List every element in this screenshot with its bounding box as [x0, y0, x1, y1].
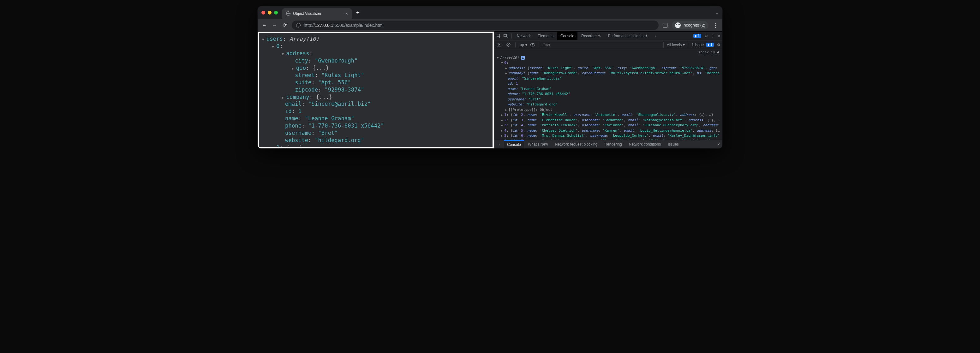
incognito-icon: [675, 22, 681, 28]
filter-input[interactable]: [540, 42, 663, 48]
device-toolbar-button[interactable]: [503, 33, 508, 38]
viz-geo[interactable]: ▶geo: {...}: [262, 64, 489, 72]
viz-address[interactable]: ▼address:: [262, 50, 489, 57]
console-row-id[interactable]: id: 1: [497, 81, 722, 86]
object-visualizer[interactable]: ▼users: Array(10) ▼0: ▼address: city: "G…: [259, 33, 493, 147]
issues-badge[interactable]: ▮1: [693, 34, 701, 38]
devtools-settings-button[interactable]: ⚙: [705, 34, 708, 38]
viz-id[interactable]: id: 1: [262, 108, 489, 115]
globe-icon: [286, 11, 291, 16]
live-expression-button[interactable]: [530, 42, 536, 48]
viz-company[interactable]: ▶company: {...}: [262, 94, 489, 101]
issues-link[interactable]: 1 Issue: ▮1: [691, 43, 714, 47]
drawer-tab-rendering[interactable]: Rendering: [601, 140, 625, 149]
drawer-tab-console[interactable]: Console: [504, 140, 524, 149]
tab-recorder[interactable]: Recorder⚗: [578, 32, 604, 40]
tab-overflow-button[interactable]: »: [651, 32, 660, 40]
devtools-tabbar: Network Elements Console Recorder⚗ Perfo…: [495, 32, 722, 40]
viz-username[interactable]: username: "Bret": [262, 129, 489, 137]
info-icon[interactable]: i: [521, 56, 525, 60]
drawer-tab-whats-new[interactable]: What's New: [525, 140, 551, 149]
console-row-name[interactable]: name: "Leanne Graham": [497, 86, 722, 92]
tab-console[interactable]: Console: [557, 32, 578, 40]
toolbar-right: Incognito (2) ⋮: [663, 21, 719, 29]
console-row[interactable]: ▶3: {id: 4, name: 'Patricia Lebsack', us…: [497, 123, 722, 128]
close-window-button[interactable]: [261, 11, 265, 14]
console-row-0[interactable]: ▼0:: [497, 60, 722, 66]
drawer-tab-issues[interactable]: Issues: [665, 140, 682, 149]
tab-title: Object Visualizer: [293, 11, 321, 16]
devtools-drawer: ⋮ Console What's New Network request blo…: [495, 140, 722, 148]
svg-line-6: [508, 44, 509, 46]
drawer-menu-button[interactable]: ⋮: [497, 142, 501, 147]
console-row[interactable]: ▶4: {id: 5, name: 'Chelsey Dietrich', us…: [497, 128, 722, 134]
browser-menu-button[interactable]: ⋮: [713, 22, 719, 29]
browser-tab[interactable]: Object Visualizer ×: [282, 8, 352, 19]
separator: [515, 42, 515, 48]
log-levels-selector[interactable]: All levels ▾: [667, 43, 685, 47]
svg-rect-1: [504, 34, 506, 37]
console-settings-button[interactable]: ⚙: [717, 43, 721, 47]
drawer-tab-network-conditions[interactable]: Network conditions: [626, 140, 664, 149]
close-tab-button[interactable]: ×: [345, 11, 348, 16]
viz-phone[interactable]: phone: "1-770-736-8031 x56442": [262, 122, 489, 129]
experiment-icon: ⚗: [598, 34, 601, 38]
browser-window: Object Visualizer × + ⌄ ← → ⟳ http://127…: [258, 6, 722, 148]
reload-button[interactable]: ⟳: [282, 22, 287, 28]
viz-street[interactable]: street: "Kulas Light": [262, 72, 489, 79]
back-button[interactable]: ←: [261, 22, 267, 28]
console-row-website[interactable]: website: "hildegard.org": [497, 102, 722, 107]
console-row[interactable]: ▶1: {id: 2, name: 'Ervin Howell', userna…: [497, 112, 722, 118]
viz-name[interactable]: name: "Leanne Graham": [262, 115, 489, 122]
console-sidebar-toggle[interactable]: [496, 42, 501, 48]
console-row-address[interactable]: ▶address: {street: 'Kulas Light', suite:…: [497, 66, 722, 71]
minimize-window-button[interactable]: [268, 11, 272, 14]
site-info-icon[interactable]: [296, 23, 301, 27]
viz-root[interactable]: ▼users: Array(10): [262, 35, 489, 43]
content-area: ▼users: Array(10) ▼0: ▼address: city: "G…: [258, 32, 722, 148]
drawer-close-button[interactable]: ×: [718, 142, 720, 147]
console-toolbar: top ▾ All levels ▾ 1 Issue: ▮1 ⚙: [495, 40, 722, 49]
maximize-window-button[interactable]: [274, 11, 278, 14]
message-icon: ▮: [708, 43, 710, 46]
console-body[interactable]: index.js:4 ▼Array(10) i ▼0: ▶address: {s…: [495, 49, 722, 140]
new-tab-button[interactable]: +: [356, 10, 360, 16]
console-row[interactable]: ▶2: {id: 3, name: 'Clementine Bauch', us…: [497, 118, 722, 123]
address-bar[interactable]: http://127.0.0.1:5500/example/index.html: [292, 21, 659, 30]
console-row-array[interactable]: ▼Array(10) i: [497, 55, 722, 60]
clear-console-button[interactable]: [506, 42, 511, 48]
tab-performance-insights[interactable]: Performance insights⚗: [605, 32, 651, 40]
viz-website[interactable]: website: "hildegard.org": [262, 137, 489, 144]
viz-zipcode[interactable]: zipcode: "92998-3874": [262, 86, 489, 94]
devtools-close-button[interactable]: ×: [718, 33, 721, 38]
chevron-down-icon: ▾: [683, 43, 685, 47]
incognito-indicator[interactable]: Incognito (2): [672, 21, 708, 29]
console-row[interactable]: ▶5: {id: 6, name: 'Mrs. Dennis Schulist'…: [497, 133, 722, 138]
url-text: http://127.0.0.1:5500/example/index.html: [304, 23, 383, 28]
tab-network[interactable]: Network: [514, 32, 534, 40]
window-controls: [261, 11, 278, 14]
source-link[interactable]: index.js:4: [497, 50, 722, 55]
separator: [688, 42, 688, 48]
viz-city[interactable]: city: "Gwenborough": [262, 57, 489, 64]
viz-item-0[interactable]: ▼0:: [262, 43, 489, 50]
separator: [511, 33, 512, 38]
viz-item-1[interactable]: ▶1: {...}: [262, 144, 489, 147]
experiment-icon: ⚗: [645, 34, 648, 38]
toolbar: ← → ⟳ http://127.0.0.1:5500/example/inde…: [258, 19, 722, 32]
console-row-username[interactable]: username: "Bret": [497, 97, 722, 102]
drawer-tab-network-blocking[interactable]: Network request blocking: [552, 140, 601, 149]
tab-elements[interactable]: Elements: [535, 32, 557, 40]
console-row-email[interactable]: email: "Sincere@april.biz": [497, 76, 722, 81]
console-row-company[interactable]: ▶company: {name: 'Romaguera-Crona', catc…: [497, 71, 722, 76]
devtools-menu-button[interactable]: ⋮: [711, 34, 715, 38]
side-panel-button[interactable]: [663, 23, 667, 27]
tab-overflow-button[interactable]: ⌄: [716, 10, 719, 15]
viz-email[interactable]: email: "Sincere@april.biz": [262, 100, 489, 108]
console-row-proto[interactable]: ▶[[Prototype]]: Object: [497, 107, 722, 113]
viz-suite[interactable]: suite: "Apt. 556": [262, 79, 489, 86]
context-selector[interactable]: top ▾: [519, 43, 527, 47]
inspect-element-button[interactable]: [496, 33, 501, 38]
console-row-phone[interactable]: phone: "1-770-736-8031 x56442": [497, 92, 722, 97]
forward-button[interactable]: →: [272, 22, 277, 28]
